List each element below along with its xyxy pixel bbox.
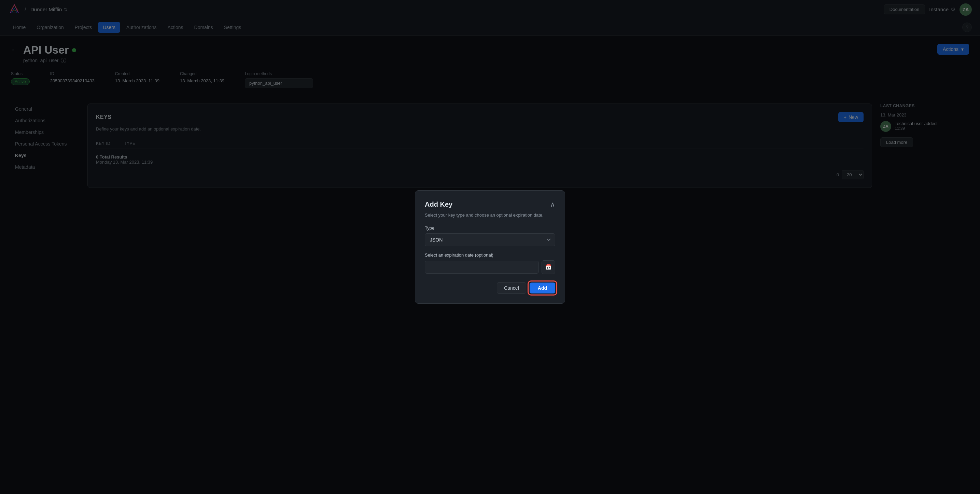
date-input[interactable] (425, 261, 539, 274)
modal-header: Add Key ∧ (425, 200, 555, 209)
date-row: 📅 (425, 260, 555, 274)
add-button-container: Add (530, 282, 555, 293)
modal-overlay: Add Key ∧ Select your key type and choos… (0, 0, 980, 494)
cancel-button[interactable]: Cancel (497, 282, 526, 294)
type-label: Type (425, 225, 555, 231)
calendar-icon: 📅 (545, 264, 552, 270)
date-label: Select an expiration date (optional) (425, 252, 555, 258)
type-select[interactable]: JSON RSA EC (425, 233, 555, 246)
calendar-button[interactable]: 📅 (542, 260, 555, 274)
modal-title: Add Key (425, 201, 452, 209)
modal-subtitle: Select your key type and choose an optio… (425, 212, 555, 218)
add-key-modal: Add Key ∧ Select your key type and choos… (415, 190, 565, 304)
add-button[interactable]: Add (530, 282, 555, 293)
modal-footer: Cancel Add (425, 282, 555, 294)
modal-close-button[interactable]: ∧ (550, 200, 555, 209)
